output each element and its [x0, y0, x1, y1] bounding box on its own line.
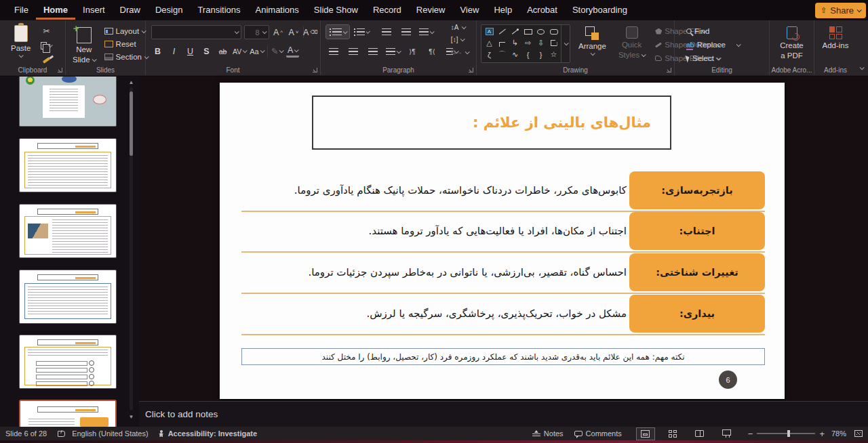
- font-size-combobox[interactable]: 8: [244, 25, 269, 39]
- normal-view-button[interactable]: [637, 428, 654, 440]
- text-direction-button[interactable]: ↕A: [449, 23, 471, 32]
- slide-title-box[interactable]: مثال‌های بالینی از علائم :: [312, 96, 671, 150]
- align-right-button[interactable]: [366, 45, 380, 58]
- scroll-down-arrow-icon[interactable]: ▼: [128, 414, 134, 420]
- ltr-text-direction-button[interactable]: ⟩¶: [405, 45, 420, 58]
- oval-shape-icon[interactable]: [534, 26, 547, 37]
- align-text-button[interactable]: [↕]: [449, 35, 471, 44]
- reading-view-button[interactable]: [691, 428, 709, 440]
- numbering-button[interactable]: [354, 25, 369, 39]
- section-button[interactable]: Section: [102, 52, 150, 62]
- tab-transitions[interactable]: Transitions: [190, 1, 248, 20]
- reset-button[interactable]: Reset: [102, 39, 150, 49]
- replace-button[interactable]: abReplace: [684, 40, 766, 49]
- notes-toggle-button[interactable]: Notes: [532, 429, 564, 438]
- elbow-arrow-connector-shape-icon[interactable]: ↳: [509, 37, 521, 49]
- slide-thumbnail-2[interactable]: [19, 138, 117, 192]
- addins-button[interactable]: Add-ins: [817, 23, 854, 51]
- font-dialog-launcher[interactable]: [312, 67, 318, 73]
- symptom-label-box[interactable]: تغییرات شناختی:: [629, 253, 765, 291]
- clipboard-dialog-launcher[interactable]: [57, 67, 63, 73]
- justify-button[interactable]: [385, 45, 400, 58]
- cut-button[interactable]: ✂: [39, 26, 54, 37]
- tab-file[interactable]: File: [7, 1, 36, 20]
- right-arrow-shape-icon[interactable]: ⇨: [521, 37, 534, 49]
- tab-home[interactable]: Home: [36, 1, 75, 20]
- slide-sorter-view-button[interactable]: [664, 428, 682, 440]
- scroll-up-arrow-icon[interactable]: ▲: [128, 79, 134, 85]
- right-brace-shape-icon[interactable]: }: [534, 49, 547, 60]
- copy-button[interactable]: [39, 41, 54, 51]
- paragraph-dialog-launcher[interactable]: [468, 67, 474, 73]
- increase-indent-button[interactable]: [399, 25, 414, 39]
- new-slide-button[interactable]: New Slide: [68, 23, 100, 66]
- symptom-text-box[interactable]: اجتناب از مکان‌ها، افراد یا فعالیت‌هایی …: [244, 212, 627, 250]
- find-button[interactable]: Find: [684, 26, 766, 36]
- italic-button[interactable]: I: [167, 45, 180, 58]
- shadow-button[interactable]: S: [200, 45, 213, 58]
- slide-thumbnail-6-selected[interactable]: [19, 400, 117, 427]
- rectangle-shape-icon[interactable]: [521, 26, 534, 37]
- spell-check-button[interactable]: [58, 431, 65, 437]
- zoom-slider-thumb[interactable]: [787, 430, 790, 437]
- line-shape-icon[interactable]: [496, 26, 509, 37]
- zoom-slider[interactable]: [757, 433, 815, 434]
- tab-acrobat[interactable]: Acrobat: [519, 1, 565, 20]
- quick-styles-button[interactable]: Quick Styles: [614, 23, 649, 66]
- strikethrough-button[interactable]: ab: [216, 45, 229, 58]
- shapes-gallery-expander[interactable]: [561, 25, 570, 62]
- symptom-text-box[interactable]: احساس گناه، تقصیر، بی‌ارزشی، یا ناتوانی …: [244, 253, 627, 291]
- decrease-font-size-button[interactable]: A˅: [288, 26, 300, 39]
- thumbnail-scrollbar[interactable]: ▲ ▼: [128, 79, 134, 420]
- tab-draw[interactable]: Draw: [113, 1, 148, 20]
- tab-record[interactable]: Record: [366, 1, 409, 20]
- tab-design[interactable]: Design: [148, 1, 190, 20]
- tab-animations[interactable]: Animations: [248, 1, 307, 20]
- symptom-label-box[interactable]: بیداری:: [629, 295, 765, 333]
- font-name-combobox[interactable]: [151, 25, 241, 39]
- zoom-in-button[interactable]: +: [819, 429, 825, 439]
- bold-button[interactable]: B: [151, 45, 164, 58]
- tab-insert[interactable]: Insert: [75, 1, 113, 20]
- arc-shape-icon[interactable]: ⌒: [496, 49, 509, 60]
- comments-toggle-button[interactable]: Comments: [574, 429, 622, 438]
- symptom-label-box[interactable]: اجتناب:: [629, 212, 765, 250]
- arrange-button[interactable]: Arrange: [574, 23, 610, 66]
- create-pdf-button[interactable]: Create a PDF: [772, 23, 811, 62]
- line-arrow-shape-icon[interactable]: [509, 26, 521, 37]
- collapse-ribbon-chevron-icon[interactable]: [860, 65, 865, 70]
- scrollbar-thumb[interactable]: [130, 91, 133, 156]
- symptom-label-box[interactable]: بازتجربه‌سازی:: [629, 171, 765, 209]
- tab-storyboarding[interactable]: Storyboarding: [565, 1, 635, 20]
- slide-thumbnail-1[interactable]: [19, 77, 117, 127]
- shapes-gallery[interactable]: A △ ↳ ⇨ ⇩ ζ ⌒ ∿ { } ☆: [481, 24, 570, 63]
- font-color-button[interactable]: A: [286, 45, 299, 58]
- line-spacing-button[interactable]: [418, 25, 433, 39]
- rounded-rectangle-shape-icon[interactable]: [547, 26, 560, 37]
- paste-button[interactable]: Paste: [7, 23, 35, 66]
- align-left-button[interactable]: [326, 45, 341, 58]
- clear-formatting-button[interactable]: A⌫: [303, 26, 318, 39]
- change-case-button[interactable]: Aa: [250, 45, 263, 58]
- layout-button[interactable]: Layout: [102, 26, 150, 36]
- accessibility-button[interactable]: Accessibility: Investigate: [158, 429, 257, 438]
- underline-button[interactable]: U: [184, 45, 197, 58]
- fit-slide-to-window-button[interactable]: [854, 430, 863, 437]
- tab-review[interactable]: Review: [409, 1, 453, 20]
- tab-view[interactable]: View: [452, 1, 486, 20]
- slide-thumbnail-3[interactable]: [19, 204, 117, 258]
- align-center-button[interactable]: [346, 45, 361, 58]
- left-brace-shape-icon[interactable]: {: [521, 49, 534, 60]
- slide-show-button[interactable]: [718, 428, 736, 440]
- select-button[interactable]: Select: [684, 54, 766, 63]
- convert-to-smartart-button[interactable]: ⧉→: [449, 47, 471, 57]
- notes-panel[interactable]: Click to add notes: [139, 401, 868, 427]
- freeform-shape-icon[interactable]: ζ: [483, 49, 496, 60]
- symptom-text-box[interactable]: کابوس‌های مکرر، خاطرات دردناک ناخواسته، …: [244, 171, 627, 209]
- share-button[interactable]: ⇧ Share: [815, 3, 866, 18]
- slide-thumbnail-5[interactable]: [19, 335, 117, 389]
- zoom-out-button[interactable]: −: [748, 429, 753, 439]
- slide-editing-surface[interactable]: مثال‌های بالینی از علائم : بازتجربه‌سازی…: [220, 83, 785, 399]
- language-button[interactable]: English (United States): [72, 429, 149, 438]
- triangle-shape-icon[interactable]: △: [483, 37, 496, 49]
